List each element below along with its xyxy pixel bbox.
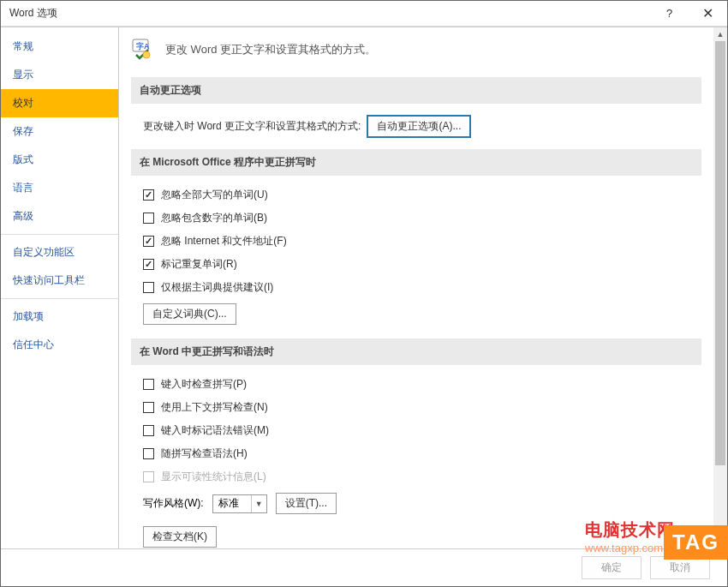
- writing-style-label: 写作风格(W):: [143, 496, 204, 511]
- titlebar: Word 选项 ? ✕: [1, 1, 727, 27]
- scroll-down-button[interactable]: ▼: [713, 535, 727, 548]
- svg-text:字A: 字A: [136, 42, 150, 51]
- sidebar-item-advanced[interactable]: 高级: [1, 202, 118, 231]
- sidebar-separator: [1, 234, 118, 235]
- word-options-dialog: Word 选项 ? ✕ 常规 显示 校对 保存 版式 语言 高级 自定义功能区 …: [0, 0, 728, 587]
- sidebar-item-addins[interactable]: 加载项: [1, 302, 118, 331]
- checkbox-label: 忽略 Internet 和文件地址(F): [161, 234, 287, 249]
- checkbox-grammar-with-spelling[interactable]: [143, 448, 154, 459]
- checkbox-label: 忽略全部大写的单词(U): [161, 188, 268, 202]
- window-title: Word 选项: [9, 6, 650, 21]
- section-autocorrect-header: 自动更正选项: [131, 77, 701, 104]
- section-office-spelling-header: 在 Microsoft Office 程序中更正拼写时: [131, 149, 701, 176]
- grammar-settings-button[interactable]: 设置(T)...: [276, 493, 337, 514]
- help-button[interactable]: ?: [650, 1, 689, 26]
- section-word-spelling-header: 在 Word 中更正拼写和语法时: [131, 338, 701, 365]
- checkbox-readability-stats: [143, 471, 154, 482]
- checkbox-mark-grammar[interactable]: [143, 425, 154, 436]
- proofing-icon: 字A: [131, 38, 155, 62]
- page-header: 字A 更改 Word 更正文字和设置其格式的方式。: [131, 38, 701, 62]
- svg-point-2: [143, 51, 150, 58]
- sidebar: 常规 显示 校对 保存 版式 语言 高级 自定义功能区 快速访问工具栏 加载项 …: [1, 27, 119, 548]
- checkbox-contextual-spelling[interactable]: [143, 402, 154, 413]
- writing-style-value: 标准: [213, 496, 251, 511]
- checkbox-label: 随拼写检查语法(H): [161, 446, 248, 461]
- autocorrect-label: 更改键入时 Word 更正文字和设置其格式的方式:: [143, 119, 361, 134]
- sidebar-item-proofing[interactable]: 校对: [1, 89, 118, 117]
- sidebar-item-quick-access[interactable]: 快速访问工具栏: [1, 267, 118, 295]
- checkbox-label: 标记重复单词(R): [161, 257, 237, 272]
- sidebar-item-customize-ribbon[interactable]: 自定义功能区: [1, 238, 118, 267]
- close-button[interactable]: ✕: [689, 1, 727, 26]
- sidebar-item-save[interactable]: 保存: [1, 117, 118, 146]
- vertical-scrollbar[interactable]: ▲ ▼: [713, 27, 727, 548]
- content-area: 字A 更改 Word 更正文字和设置其格式的方式。 自动更正选项 更改键入时 W…: [119, 27, 727, 548]
- sidebar-item-trust-center[interactable]: 信任中心: [1, 331, 118, 359]
- page-description: 更改 Word 更正文字和设置其格式的方式。: [165, 42, 376, 57]
- checkbox-label: 显示可读性统计信息(L): [161, 470, 266, 484]
- scroll-thumb[interactable]: [715, 41, 725, 465]
- checkbox-ignore-internet[interactable]: [143, 236, 154, 247]
- sidebar-item-layout[interactable]: 版式: [1, 146, 118, 174]
- sidebar-item-general[interactable]: 常规: [1, 33, 118, 61]
- dialog-footer: 确定 取消: [1, 548, 727, 586]
- custom-dictionaries-button[interactable]: 自定义词典(C)...: [143, 303, 236, 325]
- sidebar-item-display[interactable]: 显示: [1, 61, 118, 89]
- checkbox-ignore-uppercase[interactable]: [143, 189, 154, 201]
- checkbox-check-spelling-typing[interactable]: [143, 379, 154, 390]
- checkbox-label: 仅根据主词典提供建议(I): [161, 280, 273, 295]
- checkbox-ignore-numbers[interactable]: [143, 213, 154, 224]
- dialog-body: 常规 显示 校对 保存 版式 语言 高级 自定义功能区 快速访问工具栏 加载项 …: [1, 27, 727, 548]
- autocorrect-options-button[interactable]: 自动更正选项(A)...: [367, 116, 470, 137]
- checkbox-label: 键入时标记语法错误(M): [161, 423, 269, 438]
- checkbox-flag-repeated[interactable]: [143, 259, 154, 270]
- checkbox-label: 忽略包含数字的单词(B): [161, 211, 267, 225]
- checkbox-label: 键入时检查拼写(P): [161, 377, 247, 392]
- cancel-button[interactable]: 取消: [650, 556, 710, 579]
- sidebar-item-language[interactable]: 语言: [1, 174, 118, 202]
- ok-button[interactable]: 确定: [582, 556, 641, 579]
- recheck-document-button[interactable]: 检查文档(K): [143, 526, 217, 548]
- scroll-track[interactable]: [713, 41, 727, 535]
- sidebar-separator: [1, 298, 118, 299]
- chevron-down-icon: ▼: [251, 495, 266, 512]
- writing-style-select[interactable]: 标准 ▼: [212, 494, 267, 513]
- checkbox-main-dictionary-only[interactable]: [143, 282, 154, 293]
- scroll-up-button[interactable]: ▲: [713, 27, 727, 41]
- checkbox-label: 使用上下文拼写检查(N): [161, 400, 268, 415]
